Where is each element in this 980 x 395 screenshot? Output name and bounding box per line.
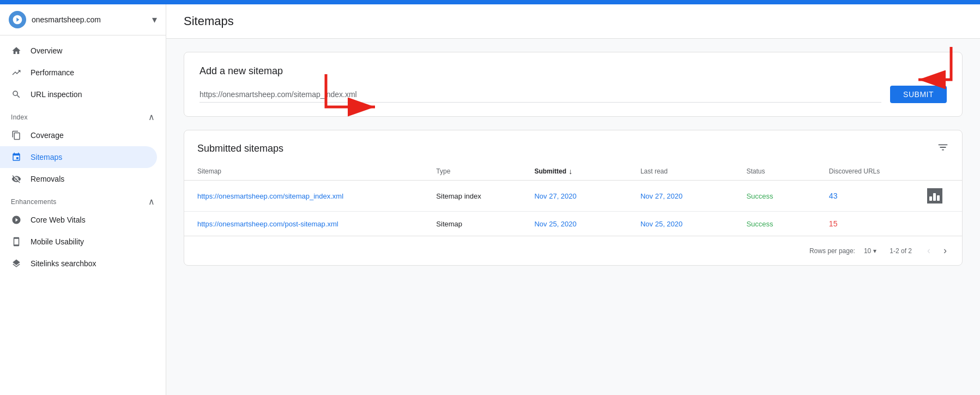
- table-row: https://onesmartsheep.com/sitemap_index.…: [184, 181, 962, 212]
- add-sitemap-title: Add a new sitemap: [199, 65, 947, 77]
- sitemap-last-read-1: Nov 27, 2020: [640, 192, 742, 200]
- site-dropdown-arrow[interactable]: ▾: [152, 14, 157, 26]
- th-sitemap: Sitemap: [197, 167, 432, 176]
- section-index-toggle[interactable]: ∧: [148, 112, 155, 122]
- site-name-label: onesmartsheep.com: [32, 15, 147, 24]
- add-sitemap-card: Add a new sitemap SUBMIT: [184, 52, 963, 117]
- submitted-sitemaps-card: Submitted sitemaps Sitemap Type Submitte…: [184, 130, 963, 266]
- next-page-button[interactable]: ›: [941, 243, 949, 259]
- rows-per-page-value: 10: [864, 247, 871, 255]
- sidebar-item-mobile-usability-label: Mobile Usability: [31, 237, 84, 246]
- sidebar-item-sitelinks-searchbox[interactable]: Sitelinks searchbox: [0, 253, 157, 274]
- table-footer: Rows per page: 10 ▾ 1-2 of 2 ‹ ›: [184, 236, 962, 265]
- trending-up-icon: [11, 67, 22, 78]
- th-status: Status: [746, 167, 824, 176]
- sidebar-item-core-web-vitals-label: Core Web Vitals: [31, 216, 86, 224]
- sitemap-icon: [11, 152, 22, 163]
- table-row: https://onesmartsheep.com/post-sitemap.x…: [184, 212, 962, 236]
- sidebar-item-overview-label: Overview: [31, 46, 62, 55]
- sitemap-last-read-2: Nov 25, 2020: [640, 220, 742, 228]
- top-bar: [0, 0, 980, 4]
- sidebar-item-coverage[interactable]: Coverage: [0, 124, 157, 146]
- submit-button[interactable]: SUBMIT: [890, 86, 947, 103]
- th-type: Type: [436, 167, 530, 176]
- section-index-label: Index: [11, 113, 28, 121]
- section-enhancements-label: Enhancements: [11, 198, 57, 206]
- sidebar-item-url-inspection[interactable]: URL inspection: [0, 83, 157, 105]
- sidebar: onesmartsheep.com ▾ Overview Performance: [0, 4, 166, 395]
- sidebar-item-removals[interactable]: Removals: [0, 168, 157, 190]
- page-header: Sitemaps: [166, 4, 980, 39]
- sitemap-type-2: Sitemap: [436, 220, 530, 228]
- section-enhancements-header: Enhancements ∧: [0, 190, 166, 209]
- gauge-icon: [11, 214, 22, 225]
- th-discovered-urls: Discovered URLs: [829, 167, 923, 176]
- sidebar-item-overview[interactable]: Overview: [0, 40, 157, 62]
- sitemap-type-1: Sitemap index: [436, 192, 530, 200]
- sitemaps-table: Sitemap Type Submitted ↓ Last read Statu…: [184, 163, 962, 236]
- submitted-sitemaps-title: Submitted sitemaps: [197, 143, 283, 154]
- main-body: Add a new sitemap SUBMIT: [166, 39, 980, 279]
- file-copy-icon: [11, 130, 22, 141]
- submitted-sitemaps-header: Submitted sitemaps: [184, 130, 962, 163]
- eye-off-icon: [11, 173, 22, 184]
- sitemap-discovered-1: 43: [829, 191, 923, 200]
- sitemap-url-input[interactable]: [199, 87, 881, 103]
- sitemap-url-2[interactable]: https://onesmartsheep.com/post-sitemap.x…: [197, 220, 432, 228]
- sidebar-item-core-web-vitals[interactable]: Core Web Vitals: [0, 209, 157, 231]
- sitemap-status-1: Success: [746, 192, 824, 200]
- th-actions: [927, 167, 949, 176]
- sidebar-header[interactable]: onesmartsheep.com ▾: [0, 4, 166, 35]
- search-icon: [11, 89, 22, 100]
- th-last-read: Last read: [640, 167, 742, 176]
- sitemap-submitted-1: Nov 27, 2020: [534, 192, 636, 200]
- table-header-row: Sitemap Type Submitted ↓ Last read Statu…: [184, 163, 962, 181]
- sitemap-bar-icon-1[interactable]: [927, 188, 949, 204]
- main-content: Sitemaps Add a new sitemap SUBMIT: [166, 4, 980, 395]
- section-enhancements-toggle[interactable]: ∧: [148, 196, 155, 207]
- sitemap-status-2: Success: [746, 220, 824, 228]
- sidebar-item-sitemaps-label: Sitemaps: [31, 153, 62, 161]
- smartphone-icon: [11, 236, 22, 247]
- layers-icon: [11, 258, 22, 269]
- page-title: Sitemaps: [184, 14, 963, 28]
- sidebar-item-mobile-usability[interactable]: Mobile Usability: [0, 231, 157, 253]
- sitemap-submitted-2: Nov 25, 2020: [534, 220, 636, 228]
- sidebar-item-url-inspection-label: URL inspection: [31, 90, 82, 99]
- home-icon: [11, 45, 22, 56]
- filter-icon[interactable]: [937, 141, 949, 156]
- site-icon: [9, 11, 26, 28]
- sidebar-item-coverage-label: Coverage: [31, 131, 64, 140]
- rows-per-page-label: Rows per page:: [809, 247, 855, 255]
- sitemap-url-1[interactable]: https://onesmartsheep.com/sitemap_index.…: [197, 192, 432, 200]
- rows-per-page-dropdown-arrow[interactable]: ▾: [873, 247, 876, 255]
- sitemap-discovered-2: 15: [829, 219, 923, 228]
- page-info: 1-2 of 2: [890, 247, 912, 255]
- th-submitted: Submitted ↓: [534, 167, 636, 176]
- sort-arrow-icon: ↓: [568, 167, 572, 176]
- rows-per-page-select[interactable]: 10 ▾: [864, 247, 876, 255]
- sidebar-item-sitelinks-searchbox-label: Sitelinks searchbox: [31, 259, 96, 268]
- sidebar-item-sitemaps[interactable]: Sitemaps: [0, 146, 157, 168]
- prev-page-button[interactable]: ‹: [925, 243, 933, 259]
- section-index-header: Index ∧: [0, 105, 166, 124]
- sidebar-item-removals-label: Removals: [31, 175, 64, 183]
- sidebar-item-performance-label: Performance: [31, 68, 74, 77]
- sitemap-input-row: SUBMIT: [199, 86, 947, 103]
- sidebar-item-performance[interactable]: Performance: [0, 62, 157, 83]
